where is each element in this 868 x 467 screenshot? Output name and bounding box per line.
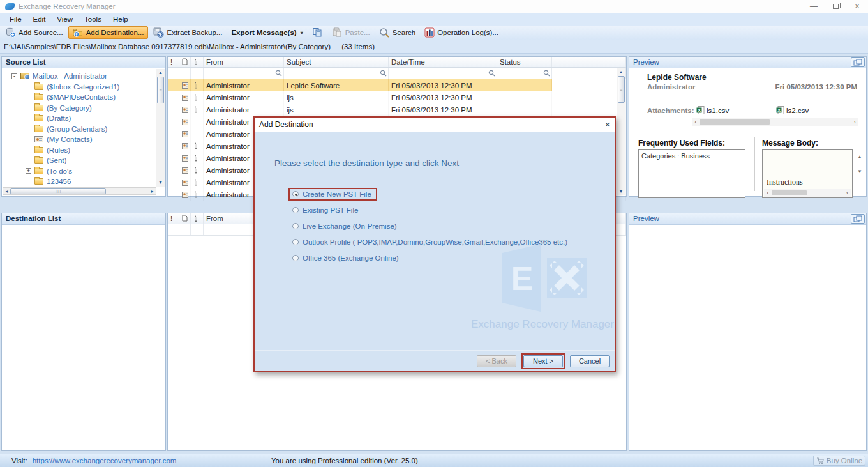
buy-online-button[interactable]: Buy Online [813,456,865,466]
filter-from[interactable] [204,68,284,79]
tree-item-label: ($MAPIUseContacts) [47,93,116,101]
radio-option[interactable]: Create New PST File [288,188,377,201]
restore-icon[interactable] [825,0,846,13]
col-subject[interactable]: Subject [284,57,389,67]
plus-expander-icon[interactable]: + [26,168,31,174]
radio-icon[interactable] [292,223,299,229]
hscroll-thumb[interactable]: | | | [10,188,106,194]
menu-bar: FileEditViewToolsHelp [0,13,868,26]
body-hscrollbar[interactable]: ‹ › [764,189,851,197]
document-icon [182,215,188,222]
col-doc[interactable] [179,213,191,224]
tree-item[interactable]: (Drafts) [3,113,156,124]
attachment-item[interactable]: Xis1.csv [696,106,776,114]
next-button[interactable]: Next > [523,355,563,367]
message-row[interactable]: AdministratorLepide SoftwareFri 05/03/20… [168,79,626,91]
popout-button[interactable] [851,214,865,224]
minimize-icon[interactable]: — [803,0,825,13]
col-clip[interactable] [191,57,204,67]
menu-help[interactable]: Help [107,14,134,24]
vscroll-thumb[interactable]: ≡ [157,77,164,103]
hscroll-thumb[interactable] [700,119,770,125]
tree-item[interactable]: -Mailbox - Administrator [3,71,156,82]
dialog-close-icon[interactable]: × [605,120,610,129]
scroll-up-icon[interactable]: ▲ [158,69,163,77]
scroll-down-icon[interactable]: ▼ [158,179,163,187]
dialog-title: Add Destination [259,120,313,129]
col-status[interactable]: Status [497,57,552,67]
filter-datetime[interactable] [389,68,497,79]
radio-icon[interactable] [292,207,299,213]
tree-item[interactable]: (Sent) [3,155,156,166]
body-vscroll-arrows[interactable]: ▲▼ [857,154,862,174]
scroll-right-icon[interactable]: › [851,119,858,125]
col-importance[interactable]: ! [168,57,179,67]
dropdown-caret-icon[interactable]: ▾ [301,30,303,36]
message-row[interactable]: AdministratorijsFri 05/03/2013 12:30 PM [168,103,626,116]
radio-option[interactable]: Existing PST File [288,204,364,217]
tree-item[interactable]: ($MAPIUseContacts) [3,92,156,103]
hscroll-thumb[interactable] [772,190,807,195]
scroll-right-icon[interactable]: › [843,190,851,196]
close-icon[interactable]: × [846,0,868,13]
scroll-right-icon[interactable]: ► [149,189,156,194]
attachments-scrollbar[interactable]: ‹ › [692,118,858,126]
menu-edit[interactable]: Edit [27,14,52,24]
scroll-left-icon[interactable]: ‹ [764,190,772,196]
popout-button[interactable] [851,57,865,67]
tree-item[interactable]: (By Category) [3,103,156,114]
add-source-label: Add Source... [19,29,63,36]
scroll-up-icon[interactable]: ▲ [857,154,862,160]
message-row[interactable]: AdministratorijsFri 05/03/2013 12:30 PM [168,91,626,103]
menu-tools[interactable]: Tools [79,14,107,24]
search-button[interactable]: Search [375,26,419,39]
tree-item[interactable]: (Group Calendars) [3,124,156,135]
col-clip[interactable] [191,213,204,224]
scroll-up-icon[interactable]: ▲ [619,68,624,76]
radio-icon[interactable] [292,255,299,261]
operation-logs-button[interactable]: Operation Log(s)... [421,26,502,39]
attachment-name: is2.csv [786,107,809,114]
add-destination-button[interactable]: Add Destination... [68,26,149,39]
radio-option[interactable]: Live Exchange (On-Premise) [288,220,403,233]
radio-icon[interactable] [292,191,299,197]
message-table-vscrollbar[interactable]: ▲ ≡ ▼ [617,68,625,195]
source-tree-hscrollbar[interactable]: ◄ | | | ► [3,187,156,195]
radio-option[interactable]: Office 365 (Exchange Online) [288,252,405,264]
col-from[interactable]: From [204,57,284,67]
tree-item[interactable]: (My Contacts) [3,134,156,145]
copy-icon [312,27,323,38]
paste-button[interactable]: Paste... [328,26,374,39]
website-link[interactable]: https://www.exchangerecoverymanager.com [33,457,177,464]
tree-item[interactable]: +(To do's [3,166,156,177]
col-importance[interactable]: ! [168,213,179,224]
tree-item[interactable]: 123456 [3,176,156,187]
scroll-down-icon[interactable]: ▼ [857,169,862,174]
col-datetime[interactable]: Date/Time [389,57,497,67]
cancel-button[interactable]: Cancel [570,355,610,367]
filter-status[interactable] [497,68,552,79]
add-source-button[interactable]: Add Source... [2,26,67,39]
expander-spacer [26,147,31,153]
extract-backup-button[interactable]: Extract Backup... [149,26,226,39]
scroll-down-icon[interactable]: ▼ [619,188,624,195]
tree-item[interactable]: (Rules) [3,145,156,156]
paperclip-icon [193,154,198,162]
vscroll-thumb[interactable]: ≡ [618,76,625,103]
col-doc[interactable] [179,57,191,67]
scroll-left-icon[interactable]: ◄ [3,189,10,194]
attachment-item[interactable]: Xis2.csv [776,106,856,114]
tree-item[interactable]: ($Inbox-Categorized1) [3,82,156,93]
preview-header: Preview [629,213,866,225]
export-messages-button[interactable]: Export Message(s) ▾ [227,26,306,39]
copy-button[interactable] [308,26,327,39]
radio-icon[interactable] [292,239,299,245]
preview-sender: Lepide Software [647,73,707,82]
menu-file[interactable]: File [4,14,27,24]
back-button[interactable]: < Back [477,355,516,367]
menu-view[interactable]: View [51,14,79,24]
minus-expander-icon[interactable]: - [11,73,17,79]
source-tree-vscrollbar[interactable]: ▲ ≡ ▼ [156,69,165,187]
filter-subject[interactable] [284,68,389,79]
scroll-left-icon[interactable]: ‹ [692,119,700,125]
